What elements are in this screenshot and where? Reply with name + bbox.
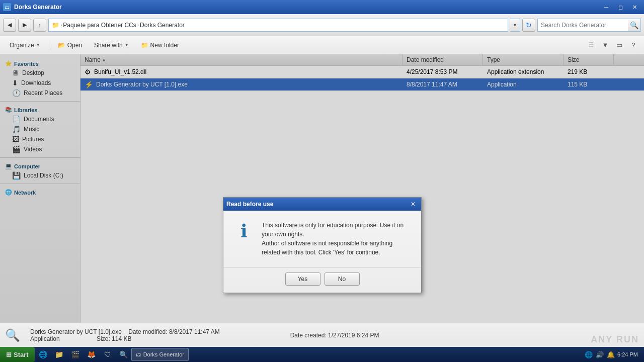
- dialog-no-button[interactable]: No: [325, 273, 360, 286]
- address-dropdown[interactable]: ▼: [510, 19, 520, 32]
- dialog-yes-button[interactable]: Yes: [285, 273, 320, 286]
- anyrun-watermark: ANY RUN: [591, 334, 639, 345]
- breadcrumb-current: Dorks Generator: [140, 22, 185, 29]
- title-bar: 🗂 Dorks Generator ─ ◻ ✕: [0, 0, 644, 14]
- restore-button[interactable]: ◻: [614, 2, 627, 12]
- view-dropdown-button[interactable]: ▼: [599, 39, 612, 52]
- back-button[interactable]: ◀: [3, 19, 16, 32]
- toolbar-sep-1: [49, 40, 49, 50]
- share-dropdown-arrow: ▼: [125, 43, 129, 47]
- search-box-wrap: 🔍: [537, 19, 641, 32]
- breadcrumb-root-icon: 📁: [52, 22, 59, 29]
- main-area: ⭐ Favorites 🖥 Desktop ⬇ Downloads 🕐 Rece…: [0, 54, 644, 323]
- title-bar-icon: 🗂: [3, 3, 11, 11]
- open-icon: 📂: [58, 42, 65, 49]
- status-dates: Date created: 1/27/2019 6:24 PM: [290, 332, 379, 339]
- breadcrumb-parent: Paquete para Obtener CCs: [63, 22, 136, 29]
- status-bar: 🔍 Dorks Generator by UCT [1.0].exe Date …: [0, 323, 644, 347]
- status-search-icon: 🔍: [5, 328, 20, 342]
- close-button[interactable]: ✕: [628, 2, 641, 12]
- search-button[interactable]: 🔍: [628, 19, 641, 32]
- dialog-close-button[interactable]: ✕: [408, 200, 418, 209]
- address-box[interactable]: 📁 › Paquete para Obtener CCs › Dorks Gen…: [48, 19, 508, 32]
- toolbar: Organize ▼ 📂 Open Share with ▼ 📁 New fol…: [0, 36, 644, 54]
- organize-button[interactable]: Organize ▼: [4, 38, 46, 52]
- minimize-button[interactable]: ─: [600, 2, 613, 12]
- dialog-footer: Yes No: [223, 267, 421, 293]
- up-button[interactable]: ↑: [33, 19, 46, 32]
- preview-pane-button[interactable]: ▭: [613, 39, 626, 52]
- breadcrumb: 📁 › Paquete para Obtener CCs › Dorks Gen…: [52, 22, 185, 29]
- title-bar-left: 🗂 Dorks Generator: [3, 3, 62, 11]
- status-filename: Dorks Generator by UCT [1.0].exe Date mo…: [30, 328, 220, 335]
- share-with-button[interactable]: Share with ▼: [89, 38, 134, 52]
- view-controls: ☰ ▼ ▭ ?: [585, 39, 640, 52]
- dialog-title-bar: Read before use ✕: [223, 198, 421, 211]
- content-area: ◀ ▶ ↑ 📁 › Paquete para Obtener CCs › Dor…: [0, 14, 644, 347]
- search-input[interactable]: [537, 19, 628, 32]
- open-button[interactable]: 📂 Open: [52, 38, 88, 52]
- dialog-message: This software is only for education purp…: [262, 221, 411, 257]
- dialog-content: ℹ This software is only for education pu…: [223, 211, 421, 267]
- new-folder-icon: 📁: [141, 42, 148, 49]
- dialog-title: Read before use: [226, 201, 273, 208]
- status-type-size: Application Size: 114 KB: [30, 335, 220, 342]
- new-folder-button[interactable]: 📁 New folder: [135, 38, 185, 52]
- refresh-button[interactable]: ↻: [522, 19, 535, 32]
- organize-dropdown-arrow: ▼: [36, 43, 40, 47]
- dialog-info-icon: ℹ: [233, 221, 255, 257]
- title-bar-controls: ─ ◻ ✕: [600, 2, 641, 12]
- app-container: 🗂 Dorks Generator ─ ◻ ✕ ◀ ▶ ↑ 📁 › Paquet…: [0, 0, 644, 362]
- title-bar-title: Dorks Generator: [14, 4, 62, 11]
- address-bar-area: ◀ ▶ ↑ 📁 › Paquete para Obtener CCs › Dor…: [0, 14, 644, 36]
- status-info: Dorks Generator by UCT [1.0].exe Date mo…: [30, 328, 220, 342]
- help-button[interactable]: ?: [627, 39, 640, 52]
- forward-button[interactable]: ▶: [18, 19, 31, 32]
- dialog: Read before use ✕ ℹ This software is onl…: [223, 197, 422, 293]
- view-change-button[interactable]: ☰: [585, 39, 598, 52]
